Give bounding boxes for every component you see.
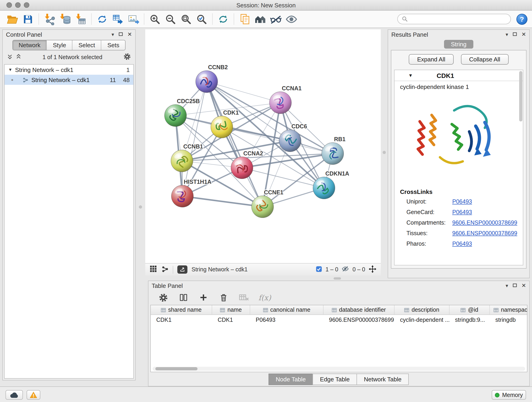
network-node-hist1h1a[interactable]: HIST1H1A <box>171 179 211 207</box>
toolbar-separator <box>91 13 92 25</box>
warnings-button[interactable] <box>27 390 40 400</box>
node-table: shared name name canonical name database… <box>150 305 527 372</box>
network-node-ccnb2[interactable]: CCNB2 <box>196 64 228 93</box>
crosslink-link[interactable]: 9606.ENSP00000378699 <box>452 219 517 226</box>
crosslink-link[interactable]: 9606.ENSP00000378699 <box>452 230 517 236</box>
tab-edge-table[interactable]: Edge Table <box>313 373 357 385</box>
search-input[interactable] <box>411 16 506 22</box>
column-header-description[interactable]: description <box>394 305 450 314</box>
panel-menu-icon[interactable]: ▾ <box>112 32 114 37</box>
tab-node-table[interactable]: Node Table <box>268 373 313 385</box>
network-edge[interactable] <box>222 127 333 153</box>
float-panel-icon[interactable] <box>118 32 123 37</box>
column-header-namespace[interactable]: namespac <box>490 305 527 314</box>
network-collection-row[interactable]: ▼ String Network – cdk1 1 <box>5 65 133 75</box>
tab-select[interactable]: Select <box>72 40 101 50</box>
export-image-button[interactable] <box>126 12 141 26</box>
footer-separator <box>173 266 173 274</box>
crosslink-link[interactable]: P06493 <box>452 198 472 205</box>
panel-menu-icon[interactable]: ▾ <box>506 32 508 37</box>
tab-network[interactable]: Network <box>13 40 47 50</box>
collapse-all-button[interactable]: Collapse All <box>461 54 509 65</box>
table-row[interactable]: CDK1 CDK1 P06493 9606.ENSP00000378699 cy… <box>151 315 527 325</box>
network-canvas[interactable]: CCNB2CCNA1CDC25BCDK1CDC6RB1CCNB1CCNA2CDK… <box>145 29 381 263</box>
column-header-name[interactable]: name <box>212 305 250 314</box>
column-header-id[interactable]: @id <box>450 305 490 314</box>
import-network-from-database-button[interactable] <box>57 12 73 26</box>
add-column-plus-icon[interactable] <box>198 292 209 303</box>
scrollbar-thumb[interactable] <box>155 367 197 370</box>
network-node-rb1[interactable]: RB1 <box>322 136 346 165</box>
gear-icon[interactable] <box>123 53 131 62</box>
function-builder-fx-icon[interactable]: f(x) <box>259 293 271 302</box>
string-results-tab[interactable]: String <box>444 40 473 49</box>
results-scrollbar[interactable] <box>519 71 522 121</box>
float-panel-icon[interactable] <box>512 283 517 288</box>
toolbar-search-field[interactable] <box>397 14 511 24</box>
selected-checkbox-icon[interactable] <box>316 266 322 274</box>
network-row[interactable]: ● String Network – cdk1 11 48 <box>5 75 133 85</box>
network-node-cdc25b[interactable]: CDC25B <box>165 98 200 127</box>
right-splitter-handle[interactable] <box>383 151 386 154</box>
show-all-eye-button[interactable] <box>284 12 299 26</box>
protein-structure-image <box>406 93 511 187</box>
window-titlebar: Session: New Session <box>0 0 532 11</box>
detach-view-button[interactable] <box>177 265 187 274</box>
save-session-button[interactable] <box>20 12 36 26</box>
clone-network-button[interactable] <box>94 12 110 26</box>
crosslink-row: GeneCard: P06493 <box>394 207 523 217</box>
expand-all-icon[interactable] <box>16 54 22 61</box>
network-from-table-button[interactable] <box>110 12 126 26</box>
tab-network-table[interactable]: Network Table <box>356 373 409 385</box>
cloud-status-button[interactable] <box>6 390 23 400</box>
import-table-from-file-button[interactable] <box>73 12 89 26</box>
pan-crosshair-icon[interactable] <box>368 265 377 274</box>
collapse-all-icon[interactable] <box>7 54 13 61</box>
select-columns-icon[interactable] <box>178 292 189 303</box>
delete-column-trash-icon[interactable] <box>218 292 229 303</box>
neighbors-houses-icon[interactable] <box>253 12 268 26</box>
copy-document-button[interactable] <box>237 12 253 26</box>
network-share-icon[interactable] <box>161 265 169 274</box>
zoom-selected-button[interactable] <box>194 12 209 26</box>
expand-all-button[interactable]: Expand All <box>409 54 454 65</box>
column-header-database-identifier[interactable]: database identifier <box>323 305 394 314</box>
panel-menu-icon[interactable]: ▾ <box>506 283 508 288</box>
network-node-cdk1[interactable]: CDK1 <box>211 109 239 138</box>
network-node-cdkn1a[interactable]: CDKN1A <box>313 170 349 199</box>
warning-icon <box>30 391 37 399</box>
apply-layout-button[interactable] <box>215 12 231 26</box>
close-panel-icon[interactable]: ✕ <box>127 32 132 37</box>
crosslink-link[interactable]: P06493 <box>452 240 472 247</box>
crosslink-link[interactable]: P06493 <box>452 209 472 215</box>
section-collapse-icon[interactable]: ▼ <box>408 73 413 78</box>
import-network-from-file-button[interactable] <box>42 12 57 26</box>
bottom-splitter-handle[interactable] <box>334 277 341 280</box>
memory-label: Memory <box>502 392 523 398</box>
node-label: CDK1 <box>223 109 239 116</box>
tree-expanded-icon[interactable]: ▼ <box>8 67 12 72</box>
hidden-eye-slash-icon[interactable] <box>341 265 349 274</box>
table-horizontal-scrollbar[interactable] <box>152 367 525 371</box>
hide-selected-glasses-button[interactable] <box>268 12 284 26</box>
zoom-out-button[interactable] <box>163 12 178 26</box>
zoom-in-button[interactable] <box>147 12 163 26</box>
memory-button[interactable]: Memory <box>492 390 526 400</box>
open-session-button[interactable] <box>5 12 20 26</box>
delete-table-icon-disabled[interactable] <box>238 292 249 303</box>
help-button[interactable]: ? <box>516 13 527 25</box>
close-panel-icon[interactable]: ✕ <box>521 283 526 288</box>
tab-sets[interactable]: Sets <box>101 40 125 50</box>
table-settings-gear-icon[interactable] <box>158 292 169 303</box>
zoom-fit-button[interactable] <box>178 12 194 26</box>
left-splitter-handle[interactable] <box>139 205 142 209</box>
close-panel-icon[interactable]: ✕ <box>521 32 526 37</box>
network-node-ccna1[interactable]: CCNA1 <box>269 85 302 114</box>
tab-style[interactable]: Style <box>47 40 73 50</box>
float-panel-icon[interactable] <box>512 32 517 37</box>
network-edge[interactable] <box>182 196 263 207</box>
column-header-shared-name[interactable]: shared name <box>151 305 212 314</box>
network-edge[interactable] <box>207 82 263 207</box>
grid-view-icon[interactable] <box>149 265 157 274</box>
column-header-canonical-name[interactable]: canonical name <box>250 305 323 314</box>
